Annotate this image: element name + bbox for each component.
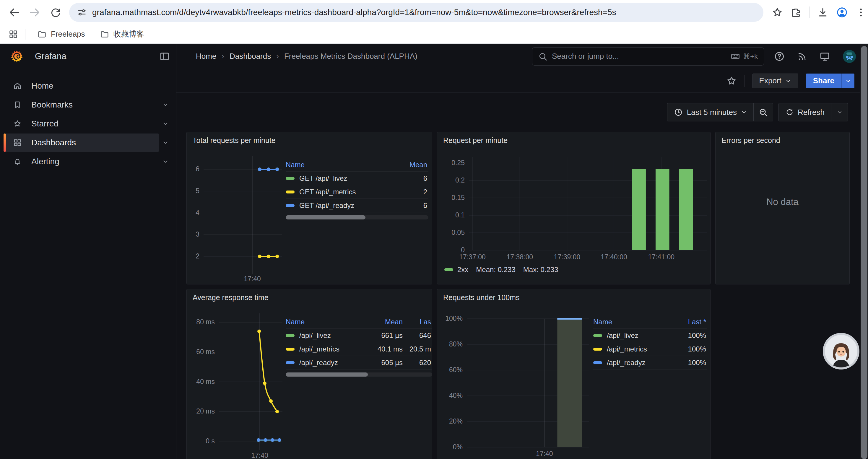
legend-scrollbar-thumb[interactable]	[286, 215, 366, 220]
page-scrollbar[interactable]	[860, 44, 868, 459]
time-range-button[interactable]: Last 5 minutes	[668, 103, 753, 121]
grafana-nav-left: Grafana	[0, 44, 176, 69]
legend-row[interactable]: GET /api/_readyz6	[286, 199, 428, 212]
search-bar[interactable]: ⌘+k	[532, 47, 764, 66]
apps-grid-icon[interactable]	[8, 29, 18, 39]
legend-row[interactable]: /api/_livez661 µs646	[286, 329, 432, 342]
chart-area[interactable]: 6543217:40NameMeanGET /api/_livez6GET /a…	[187, 132, 432, 284]
legend-row[interactable]: /api/_livez100%	[593, 329, 707, 342]
legend-value: 646	[404, 331, 432, 340]
chart-area[interactable]: 2xx Mean: 0.233 Max: 0.233 0.250.20.150.…	[437, 132, 710, 284]
bookmark-star-icon[interactable]	[772, 7, 783, 18]
legend-header: NameLast *	[593, 315, 707, 329]
legend-row[interactable]: GET /api/_metrics2	[286, 185, 428, 199]
url-text[interactable]: grafana.mathmast.com/d/deytv4rwavabkb/fr…	[92, 8, 756, 17]
series-color-pill	[286, 361, 294, 364]
legend-column-header[interactable]: Name	[286, 318, 360, 326]
download-icon[interactable]	[817, 7, 829, 18]
x-axis-label: 17:41:00	[648, 254, 675, 261]
legend-scrollbar[interactable]	[286, 215, 428, 220]
legend-row[interactable]: /api/_readyz605 µs620	[286, 356, 432, 369]
legend-column-header[interactable]: Name	[286, 161, 394, 169]
panel-title[interactable]: Errors per second	[721, 136, 780, 145]
scrollbar-thumb[interactable]	[861, 46, 867, 459]
refresh-interval-button[interactable]	[831, 103, 848, 121]
panel-title[interactable]: Requests under 100ms	[443, 293, 519, 302]
news-rss-icon[interactable]	[797, 52, 807, 61]
share-menu-button[interactable]	[841, 73, 855, 88]
assistant-avatar[interactable]	[823, 333, 860, 370]
chevron-down-icon[interactable]	[159, 121, 172, 127]
y-axis-label: 60%	[437, 366, 463, 373]
chevron-down-icon	[741, 109, 747, 115]
y-axis-label: 80 ms	[187, 319, 215, 326]
y-axis-label: 0 s	[187, 438, 215, 445]
breadcrumb-item[interactable]: Dashboards	[229, 52, 271, 61]
bookmarks-divider	[25, 29, 25, 40]
menu-kebab-icon[interactable]	[856, 7, 866, 18]
legend-scrollbar-thumb[interactable]	[286, 372, 368, 376]
grafana-logo[interactable]	[10, 50, 24, 63]
legend-row[interactable]: /api/_metrics100%	[593, 342, 707, 356]
share-button[interactable]: Share	[806, 73, 841, 88]
sidebar-item-label: Bookmarks	[31, 100, 73, 109]
brand-title: Grafana	[35, 52, 66, 61]
panel-title[interactable]: Request per minute	[443, 136, 507, 145]
chevron-down-icon[interactable]	[159, 158, 172, 165]
legend-scrollbar[interactable]	[286, 372, 432, 376]
legend-column-header[interactable]: Mean	[360, 318, 404, 326]
chevron-down-icon[interactable]	[159, 102, 172, 108]
reload-icon[interactable]	[49, 5, 63, 20]
legend-row[interactable]: /api/_metrics40.1 ms20.5 m	[286, 342, 432, 356]
forward-icon[interactable]	[28, 5, 42, 20]
panel-title[interactable]: Average response time	[193, 293, 269, 302]
site-settings-icon[interactable]	[77, 7, 87, 18]
sidebar-item-starred[interactable]: Starred	[4, 114, 172, 133]
favorite-star-icon[interactable]	[726, 76, 737, 86]
series-color-pill	[286, 348, 294, 351]
legend-row[interactable]: /api/_readyz100%	[593, 356, 707, 369]
extensions-icon[interactable]	[790, 7, 801, 18]
user-avatar[interactable]	[843, 50, 856, 63]
sidebar-item-bookmarks[interactable]: Bookmarks	[4, 96, 172, 114]
series-name: GET /api/_readyz	[299, 201, 354, 210]
sidebar-item-dashboards[interactable]: Dashboards	[4, 133, 172, 152]
chevron-down-icon[interactable]	[159, 139, 172, 146]
sidebar-item-alerting[interactable]: Alerting	[4, 153, 172, 171]
chart-area[interactable]: 80 ms60 ms40 ms20 ms0 s17:40NameMeanLas/…	[187, 289, 432, 459]
chart-area[interactable]: 100%80%60%40%20%0%17:40NameLast */api/_l…	[437, 289, 710, 459]
breadcrumb-item[interactable]: Home	[196, 52, 216, 61]
search-icon	[538, 52, 547, 61]
zoom-out-button[interactable]	[753, 103, 773, 121]
y-axis-label: 40 ms	[187, 379, 215, 385]
panel-total-requests: Total requests per minute 6543217:40Name…	[186, 132, 432, 285]
sidebar-item-home[interactable]: Home	[4, 77, 172, 95]
series-name: /api/_readyz	[607, 359, 646, 367]
url-bar[interactable]: grafana.mathmast.com/d/deytv4rwavabkb/fr…	[69, 3, 764, 22]
legend-item-2xx[interactable]: 2xx	[444, 266, 468, 274]
legend-value: 100%	[668, 345, 707, 353]
x-axis-label: 17:40	[251, 452, 268, 459]
panel-title[interactable]: Total requests per minute	[193, 136, 276, 145]
sidebar-collapse-icon[interactable]	[159, 51, 170, 62]
profile-icon[interactable]	[836, 6, 848, 18]
legend-table: NameLast */api/_livez100%/api/_metrics10…	[593, 315, 707, 369]
legend-column-header[interactable]: Las	[404, 318, 432, 326]
legend-column-header[interactable]: Last *	[668, 318, 707, 326]
legend-row[interactable]: GET /api/_livez6	[286, 172, 428, 185]
dashboard-main: Export Share Last 5 minutes	[176, 69, 868, 459]
back-icon[interactable]	[7, 5, 21, 20]
bookmark-folder[interactable]: 收藏博客	[95, 27, 149, 41]
legend-value: 100%	[668, 359, 707, 367]
bookmark-folder[interactable]: Freeleaps	[32, 28, 90, 41]
monitor-icon[interactable]	[819, 51, 830, 62]
export-button[interactable]: Export	[752, 73, 798, 88]
legend-column-header[interactable]: Mean	[394, 161, 428, 169]
series-name: /api/_readyz	[299, 359, 338, 367]
chart-area[interactable]: No data	[716, 132, 849, 284]
search-input[interactable]	[552, 52, 726, 61]
sidebar-item-label: Alerting	[31, 157, 59, 166]
refresh-button[interactable]: Refresh	[779, 103, 831, 121]
help-icon[interactable]	[774, 51, 785, 62]
legend-column-header[interactable]: Name	[593, 318, 668, 326]
